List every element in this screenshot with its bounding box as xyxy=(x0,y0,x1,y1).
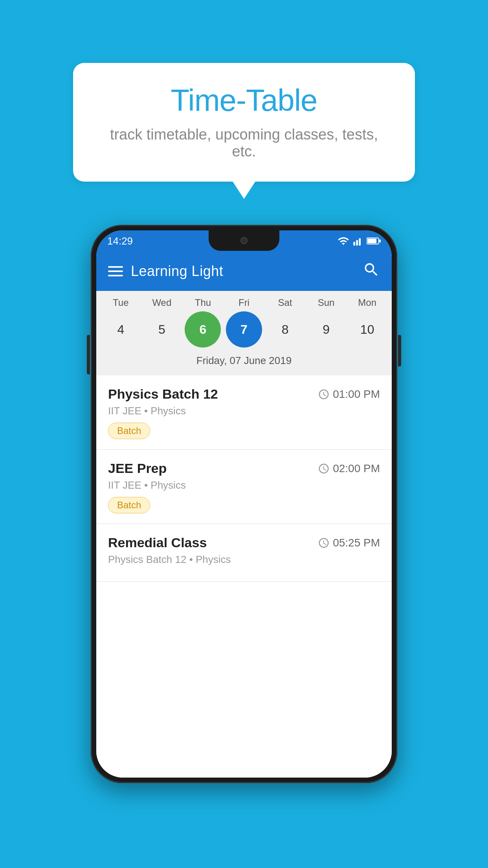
batch-tag-2: Batch xyxy=(108,497,150,513)
screen-content: 14:29 xyxy=(96,230,392,778)
day-wed: Wed xyxy=(144,297,180,308)
bubble-subtitle: track timetable, upcoming classes, tests… xyxy=(97,126,391,160)
svg-rect-1 xyxy=(356,240,358,246)
dates-row: 4 5 6 7 8 9 10 xyxy=(96,311,392,348)
svg-rect-0 xyxy=(353,242,355,245)
wifi-icon xyxy=(338,235,349,247)
phone-screen: 14:29 xyxy=(96,230,392,778)
calendar-section: Tue Wed Thu Fri Sat Sun Mon 4 5 6 7 8 xyxy=(96,291,392,375)
day-fri: Fri xyxy=(226,297,262,308)
time-3: 05:25 PM xyxy=(333,537,380,549)
date-8[interactable]: 8 xyxy=(267,311,303,348)
date-6-today[interactable]: 6 xyxy=(185,311,221,348)
bubble-title: Time-Table xyxy=(97,83,391,118)
app-title: Learning Light xyxy=(131,263,223,280)
date-5[interactable]: 5 xyxy=(144,311,180,348)
svg-rect-5 xyxy=(379,239,381,243)
batch-tag-1: Batch xyxy=(108,423,150,439)
schedule-item-1-time: 01:00 PM xyxy=(318,388,380,401)
schedule-item-1-subtitle: IIT JEE • Physics xyxy=(108,405,380,417)
clock-icon-2 xyxy=(318,463,330,474)
time-1: 01:00 PM xyxy=(333,388,380,401)
schedule-item-2-time: 02:00 PM xyxy=(318,462,380,475)
days-header: Tue Wed Thu Fri Sat Sun Mon xyxy=(96,297,392,308)
speech-bubble-section: Time-Table track timetable, upcoming cla… xyxy=(0,0,488,182)
schedule-item-3[interactable]: Remedial Class 05:25 PM Physics Batch 12… xyxy=(96,524,392,582)
signal-icon xyxy=(352,235,363,246)
schedule-item-2-header: JEE Prep 02:00 PM xyxy=(108,461,380,476)
clock-icon-1 xyxy=(318,388,330,400)
date-4[interactable]: 4 xyxy=(103,311,139,348)
date-9[interactable]: 9 xyxy=(308,311,344,348)
schedule-list: Physics Batch 12 01:00 PM IIT JEE • Phys… xyxy=(96,375,392,778)
camera-icon xyxy=(240,237,248,244)
schedule-item-3-time: 05:25 PM xyxy=(318,537,380,549)
day-thu: Thu xyxy=(185,297,221,308)
search-button[interactable] xyxy=(363,261,380,282)
status-time: 14:29 xyxy=(107,235,133,247)
menu-icon[interactable] xyxy=(108,266,123,276)
speech-bubble: Time-Table track timetable, upcoming cla… xyxy=(73,63,415,182)
phone-outer: 14:29 xyxy=(91,225,397,783)
schedule-item-2-subtitle: IIT JEE • Physics xyxy=(108,479,380,491)
battery-icon xyxy=(367,237,381,245)
svg-rect-4 xyxy=(367,239,376,243)
svg-rect-2 xyxy=(359,238,361,246)
phone-mockup: 14:29 xyxy=(91,225,397,783)
app-bar: Learning Light xyxy=(96,252,392,291)
schedule-item-3-subtitle: Physics Batch 12 • Physics xyxy=(108,554,380,566)
day-sun: Sun xyxy=(308,297,344,308)
day-mon: Mon xyxy=(349,297,385,308)
clock-icon-3 xyxy=(318,537,330,549)
phone-notch xyxy=(209,230,279,251)
schedule-item-1-title: Physics Batch 12 xyxy=(108,386,218,402)
day-sat: Sat xyxy=(267,297,303,308)
time-2: 02:00 PM xyxy=(333,462,380,475)
schedule-item-2[interactable]: JEE Prep 02:00 PM IIT JEE • Physics Batc… xyxy=(96,450,392,524)
date-7-selected[interactable]: 7 xyxy=(226,311,262,348)
status-icons xyxy=(338,235,381,247)
schedule-item-1-header: Physics Batch 12 01:00 PM xyxy=(108,386,380,402)
day-tue: Tue xyxy=(103,297,139,308)
schedule-item-3-title: Remedial Class xyxy=(108,535,207,550)
selected-date-label: Friday, 07 June 2019 xyxy=(96,351,392,372)
schedule-item-1[interactable]: Physics Batch 12 01:00 PM IIT JEE • Phys… xyxy=(96,375,392,450)
date-10[interactable]: 10 xyxy=(349,311,385,348)
schedule-item-2-title: JEE Prep xyxy=(108,461,167,476)
schedule-item-3-header: Remedial Class 05:25 PM xyxy=(108,535,380,550)
app-bar-left: Learning Light xyxy=(108,263,223,280)
